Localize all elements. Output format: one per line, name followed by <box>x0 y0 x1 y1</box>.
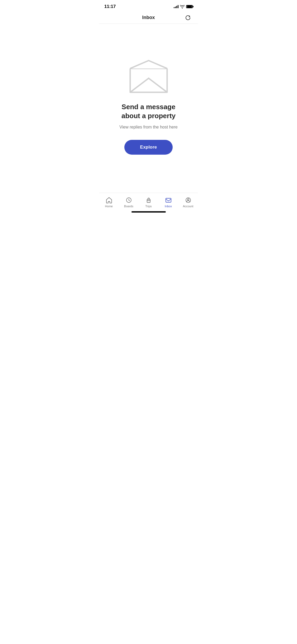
status-icons <box>174 5 193 8</box>
trips-icon <box>145 197 152 204</box>
empty-state-subtext: View replies from the host here <box>119 124 177 130</box>
envelope-illustration <box>128 59 170 95</box>
nav-item-account[interactable]: Account <box>178 197 198 208</box>
nav-item-home[interactable]: Home <box>99 197 119 208</box>
nav-item-inbox[interactable]: Inbox <box>158 197 178 208</box>
refresh-icon <box>185 15 191 21</box>
nav-label-boards: Boards <box>124 205 133 208</box>
wifi-icon <box>180 5 185 8</box>
page-title: Inbox <box>142 15 155 20</box>
nav-item-boards[interactable]: Boards <box>119 197 139 208</box>
inbox-icon <box>165 197 172 204</box>
signal-icon <box>174 5 178 8</box>
page-header: Inbox <box>99 12 198 24</box>
envelope-icon <box>128 59 170 94</box>
nav-label-account: Account <box>183 205 194 208</box>
svg-point-4 <box>187 199 189 200</box>
nav-label-home: Home <box>105 205 113 208</box>
svg-rect-2 <box>166 198 171 202</box>
status-time: 11:17 <box>104 4 116 9</box>
battery-icon <box>186 5 193 8</box>
nav-item-trips[interactable]: Trips <box>139 197 158 208</box>
empty-state: Send a message about a property View rep… <box>99 24 198 190</box>
account-icon <box>185 197 192 204</box>
boards-icon <box>125 197 132 204</box>
nav-label-trips: Trips <box>145 205 152 208</box>
empty-state-heading: Send a message about a property <box>112 103 186 121</box>
status-bar: 11:17 <box>99 0 198 12</box>
refresh-button[interactable] <box>183 13 193 22</box>
explore-button[interactable]: Explore <box>124 140 173 155</box>
nav-label-inbox: Inbox <box>165 205 172 208</box>
svg-rect-1 <box>147 199 150 203</box>
home-icon <box>106 197 112 204</box>
home-indicator <box>131 211 166 213</box>
